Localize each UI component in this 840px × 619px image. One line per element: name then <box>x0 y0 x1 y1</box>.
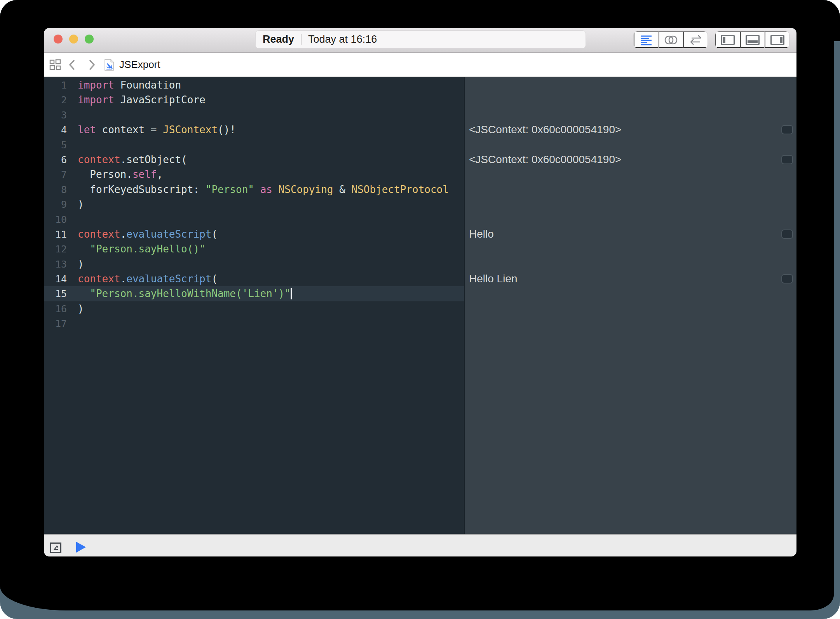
playground-content: 1import Foundation2import JavaScriptCore… <box>44 77 796 534</box>
line-number: 17 <box>44 316 67 331</box>
window-shadow-notch <box>834 0 840 41</box>
code-line[interactable]: 8 forKeyedSubscript: "Person" as NSCopyi… <box>44 182 464 197</box>
line-number: 2 <box>44 93 67 108</box>
results-sidebar: <JSContext: 0x60c000054190><JSContext: 0… <box>464 77 796 534</box>
back-chevron-icon <box>67 58 77 71</box>
code-text: context.setObject( <box>78 154 187 165</box>
line-number: 15 <box>44 287 67 301</box>
debug-area-panel-icon <box>746 35 760 45</box>
code-line[interactable]: 17 <box>44 316 464 331</box>
code-line[interactable]: 13) <box>44 257 464 271</box>
debug-area-toggle-icon <box>54 545 58 550</box>
status-timestamp: Today at 16:16 <box>308 33 377 45</box>
code-line[interactable]: 10 <box>44 212 464 227</box>
line-number: 6 <box>44 153 67 167</box>
go-back-button[interactable] <box>67 53 77 77</box>
code-text: ) <box>78 303 84 315</box>
code-line[interactable]: 15 "Person.sayHelloWithName('Lien')" <box>44 286 464 301</box>
code-line[interactable]: 12 "Person.sayHello()" <box>44 242 464 256</box>
version-editor-icon <box>688 35 703 45</box>
assistant-editor-button[interactable] <box>659 31 683 48</box>
code-line[interactable]: 11context.evaluateScript( <box>44 227 464 242</box>
quicklook-button[interactable] <box>781 125 793 134</box>
code-text: context.evaluateScript( <box>78 273 218 285</box>
code-line[interactable]: 6context.setObject( <box>44 152 464 167</box>
debug-area-toggle[interactable] <box>50 542 61 553</box>
code-text: Person.self, <box>78 169 163 180</box>
forward-chevron-icon <box>87 58 97 71</box>
line-number: 9 <box>44 197 67 212</box>
result-text: Hello <box>469 228 494 240</box>
line-number: 5 <box>44 138 67 153</box>
quicklook-button[interactable] <box>781 155 793 164</box>
line-number: 4 <box>44 123 67 137</box>
close-button[interactable] <box>54 35 63 43</box>
editor-mode-segmented-control <box>633 31 708 49</box>
line-number: 8 <box>44 183 67 197</box>
title-bar: Ready Today at 16:16 <box>44 28 796 53</box>
line-number: 10 <box>44 212 67 227</box>
code-line[interactable]: 3 <box>44 108 464 122</box>
related-items-icon <box>49 59 61 71</box>
source-editor[interactable]: 1import Foundation2import JavaScriptCore… <box>44 77 464 534</box>
line-number: 3 <box>44 108 67 123</box>
line-number: 12 <box>44 242 67 257</box>
run-playground-button[interactable] <box>76 542 86 553</box>
code-text: "Person.sayHello()" <box>78 243 206 255</box>
code-line[interactable]: 5 <box>44 137 464 152</box>
result-row: Hello <box>469 227 793 242</box>
code-line[interactable]: 4let context = JSContext()! <box>44 122 464 137</box>
inspector-toggle-button[interactable] <box>765 31 789 48</box>
code-line[interactable]: 1import Foundation <box>44 78 464 92</box>
code-line[interactable]: 16) <box>44 301 464 316</box>
panel-toggle-segmented-control <box>715 31 789 49</box>
zoom-button[interactable] <box>85 35 94 43</box>
line-number: 13 <box>44 257 67 272</box>
code-line[interactable]: 14context.evaluateScript( <box>44 271 464 286</box>
code-text: "Person.sayHelloWithName('Lien')" <box>78 288 292 299</box>
quicklook-button[interactable] <box>781 230 793 239</box>
standard-editor-button[interactable] <box>634 31 659 48</box>
code-line[interactable]: 9) <box>44 197 464 212</box>
swift-file-icon <box>104 53 114 77</box>
line-number: 1 <box>44 78 67 93</box>
go-forward-button[interactable] <box>87 53 97 77</box>
result-row: <JSContext: 0x60c000054190> <box>469 122 793 137</box>
result-text: Hello Lien <box>469 273 518 285</box>
result-row: <JSContext: 0x60c000054190> <box>469 152 793 167</box>
standard-editor-icon <box>640 35 653 45</box>
debug-bar <box>44 534 796 556</box>
activity-viewer: Ready Today at 16:16 <box>255 30 586 49</box>
line-number: 11 <box>44 227 67 242</box>
jump-bar: JSExport <box>44 53 796 77</box>
code-text: let context = JSContext()! <box>78 124 236 136</box>
minimize-button[interactable] <box>69 35 78 43</box>
traffic-lights <box>54 35 94 43</box>
code-line[interactable]: 2import JavaScriptCore <box>44 92 464 107</box>
quicklook-button[interactable] <box>781 274 793 283</box>
debug-area-toggle-button[interactable] <box>740 31 765 48</box>
status-separator <box>301 34 301 45</box>
jump-bar-file-name[interactable]: JSExport <box>119 53 160 77</box>
xcode-playground-window: Ready Today at 16:16 <box>44 28 796 556</box>
screenshot-canvas: Ready Today at 16:16 <box>0 0 840 619</box>
code-text: forKeyedSubscript: "Person" as NSCopying… <box>78 184 449 195</box>
code-text: ) <box>78 198 84 210</box>
navigator-toggle-button[interactable] <box>715 31 740 48</box>
status-text: Ready <box>263 33 294 45</box>
result-text: <JSContext: 0x60c000054190> <box>469 153 621 166</box>
code-text: ) <box>78 258 84 270</box>
inspector-panel-icon <box>770 35 784 45</box>
line-number: 7 <box>44 167 67 182</box>
assistant-editor-icon <box>664 35 678 45</box>
line-number: 16 <box>44 302 67 316</box>
code-lines: 1import Foundation2import JavaScriptCore… <box>44 78 464 331</box>
line-number: 14 <box>44 272 67 287</box>
code-text: context.evaluateScript( <box>78 228 218 240</box>
result-text: <JSContext: 0x60c000054190> <box>469 123 621 136</box>
version-editor-button[interactable] <box>683 31 708 48</box>
related-items-button[interactable] <box>49 53 61 77</box>
result-row: Hello Lien <box>469 271 793 286</box>
code-line[interactable]: 7 Person.self, <box>44 167 464 182</box>
text-cursor <box>291 288 292 299</box>
